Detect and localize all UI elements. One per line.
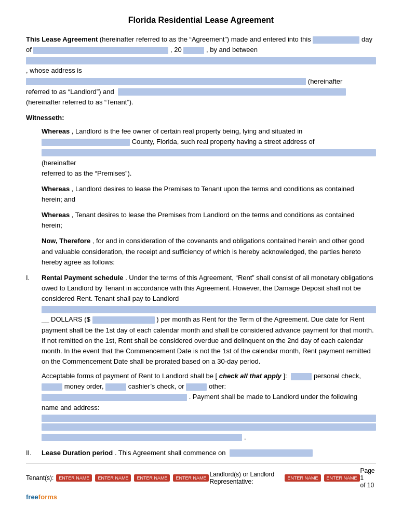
section-1-text2b: ) per month as Rent for the Term of the … [42, 315, 374, 365]
field-other-specify[interactable] [42, 394, 187, 401]
field-day[interactable] [313, 36, 359, 44]
footer-center: Landlord(s) or Landlord Representative: … [209, 471, 360, 485]
brand-free: free [26, 493, 38, 501]
field-month[interactable] [33, 47, 168, 54]
field-check-other[interactable] [186, 383, 207, 391]
document-title: Florida Residential Lease Agreement [26, 16, 376, 25]
field-payment-address-1[interactable] [42, 415, 376, 422]
tenants-label: Tenant(s): [26, 474, 53, 482]
field-county[interactable] [42, 139, 130, 146]
payment-post: ]: [283, 372, 287, 380]
section-2-title: Lease Duration period [42, 449, 113, 457]
payment-bold: check all that apply [219, 372, 282, 380]
whereas3-bold: Whereas [42, 211, 70, 219]
whereas1-text: , Landlord is the fee owner of certain r… [72, 127, 302, 135]
whereas-1: Whereas , Landlord is the fee owner of c… [42, 126, 376, 179]
landlord-label: Landlord(s) or Landlord Representative: [209, 471, 282, 485]
by-between-text: , by and between [206, 46, 258, 54]
field-check-personal[interactable] [291, 373, 312, 380]
field-check-cashier[interactable] [105, 383, 126, 391]
footer: Tenant(s): ENTER NAME ENTER NAME ENTER N… [26, 463, 376, 501]
other-label: other: [209, 382, 226, 390]
nowthus-text: , for and in consideration of the covena… [42, 237, 364, 265]
field-year[interactable] [183, 47, 204, 54]
whereas1-county: County, Florida, such real property havi… [132, 138, 315, 145]
intro-text-1: (hereinafter referred to as the “Agreeme… [100, 35, 311, 43]
money-order-label: money order, [64, 382, 106, 390]
tenant-btn-2[interactable]: ENTER NAME [95, 474, 131, 482]
landlord-btn-1[interactable]: ENTER NAME [285, 474, 320, 482]
witnesseth-label: Witnesseth: [26, 113, 376, 123]
tenant-btn-1[interactable]: ENTER NAME [56, 474, 92, 482]
period-end: . [244, 433, 246, 441]
whereas1-hereinafter: (hereinafter [42, 159, 76, 167]
payment-pre: Acceptable forms of payment of Rent to L… [42, 372, 217, 380]
field-payment-address-3[interactable] [42, 434, 242, 441]
footer-left: Tenant(s): ENTER NAME ENTER NAME ENTER N… [26, 474, 209, 482]
whereas2-bold: Whereas [42, 185, 70, 193]
comma-20-text: , 20 [170, 46, 182, 54]
field-dollar-amount[interactable] [92, 316, 155, 324]
whereas1-bold: Whereas [42, 127, 70, 135]
field-landlord-address[interactable] [26, 78, 306, 85]
section-2-text: . This Agreement shall commence on [115, 449, 226, 457]
whereas3-text: , Tenant desires to lease the Premises f… [42, 211, 354, 229]
field-commence-date[interactable] [230, 449, 313, 457]
intro-paragraph: This Lease Agreement (hereinafter referr… [26, 34, 376, 108]
section-1-text2: __ DOLLARS ($ [42, 315, 90, 323]
section-2-num: II. [26, 448, 42, 458]
referred-landlord-text: referred to as “Landlord”) and [26, 88, 114, 96]
footer-inner: Tenant(s): ENTER NAME ENTER NAME ENTER N… [26, 467, 376, 489]
whereas2-text: , Landlord desires to lease the Premises… [42, 185, 354, 203]
field-check-money-order[interactable] [42, 383, 62, 391]
nowthus-bold: Now, Therefore [42, 237, 90, 245]
section-1-content: Rental Payment schedule . Under the term… [42, 273, 376, 443]
section-2-content: Lease Duration period . This Agreement s… [42, 448, 376, 458]
personal-check-label: personal check, [314, 372, 361, 380]
hereinafter-text: (hereinafter [308, 77, 342, 85]
footer-right: Page 1 of 10 [360, 467, 376, 489]
whereas1-referred: referred to as the “Premises”). [42, 169, 131, 177]
now-therefore: Now, Therefore , for and in consideratio… [42, 236, 376, 267]
page-label: Page 1 [360, 467, 375, 482]
section-1-title: Rental Payment schedule [42, 274, 124, 282]
section-1-num: I. [26, 273, 42, 443]
field-rent-line1[interactable] [42, 306, 376, 313]
brand-forms: forms [38, 493, 57, 501]
section-1: I. Rental Payment schedule . Under the t… [26, 273, 376, 443]
payment-section: Acceptable forms of payment of Rent to L… [42, 371, 376, 443]
whereas-3: Whereas , Tenant desires to lease the Pr… [42, 210, 376, 231]
section-2: II. Lease Duration period . This Agreeme… [26, 448, 376, 458]
field-street-address[interactable] [42, 149, 376, 156]
field-landlord-name[interactable] [26, 57, 376, 64]
field-payment-address-2[interactable] [42, 423, 376, 431]
tenant-btn-3[interactable]: ENTER NAME [134, 474, 170, 482]
lease-agreement-bold: This Lease Agreement [26, 35, 98, 43]
tenant-btn-4[interactable]: ENTER NAME [173, 474, 209, 482]
whose-address-text: , whose address is [26, 66, 82, 74]
cashier-check-label: cashier’s check, or [128, 382, 186, 390]
brand-freeforms: freeforms [26, 493, 376, 501]
of-label: of 10 [360, 482, 374, 489]
field-tenant-name[interactable] [118, 88, 345, 96]
whereas-2: Whereas , Landlord desires to lease the … [42, 184, 376, 205]
hereinafter-tenant-text: (hereinafter referred to as “Tenant”). [26, 98, 133, 106]
landlord-btn-2[interactable]: ENTER NAME [324, 474, 360, 482]
